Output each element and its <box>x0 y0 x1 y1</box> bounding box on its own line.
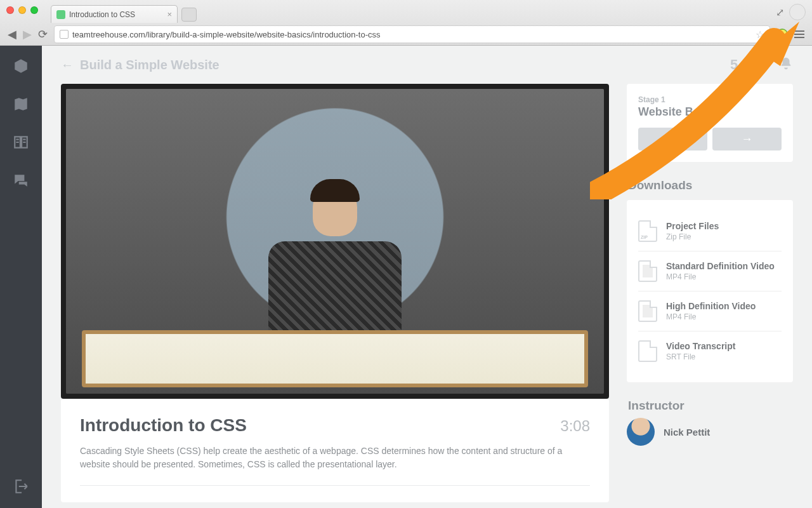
extension-icon[interactable] <box>776 29 788 40</box>
lesson-info-card: Introduction to CSS 3:08 Cascading Style… <box>61 399 609 502</box>
download-item[interactable]: High Definition VideoMP4 File <box>638 291 782 331</box>
left-column: Introduction to CSS 3:08 Cascading Style… <box>61 84 609 502</box>
breadcrumb-back-icon[interactable]: ← <box>61 58 74 72</box>
stage-nav: ← → <box>638 128 782 150</box>
instructor-name: Nick Pettit <box>664 427 710 438</box>
download-title: Project Files <box>666 221 719 231</box>
download-title: High Definition Video <box>666 301 756 311</box>
url-text: teamtreehouse.com/library/build-a-simple… <box>72 30 381 39</box>
sidebar-home-icon[interactable] <box>12 57 30 75</box>
favicon-icon <box>56 10 65 19</box>
stage-next-button[interactable]: → <box>712 128 782 150</box>
tab-strip: Introduction to CSS × ⤢ <box>0 0 812 23</box>
video-player[interactable] <box>61 84 609 399</box>
text-file-icon <box>638 340 657 362</box>
video-file-icon <box>638 260 657 282</box>
download-title: Standard Definition Video <box>666 261 775 271</box>
sidebar-logout-icon[interactable] <box>12 478 30 495</box>
fullscreen-icon[interactable]: ⤢ <box>776 6 784 18</box>
lesson-duration: 3:08 <box>560 417 590 435</box>
content-area: Introduction to CSS 3:08 Cascading Style… <box>42 84 812 508</box>
stage-prev-button[interactable]: ← <box>638 128 707 150</box>
downloads-card: Project FilesZip File Standard Definitio… <box>627 200 793 382</box>
window-minimize-button[interactable] <box>18 6 26 14</box>
download-title: Video Transcript <box>666 341 735 351</box>
points-count: 5,628 <box>730 57 765 73</box>
reload-button[interactable]: ⟳ <box>38 27 48 41</box>
video-presenter <box>268 179 402 337</box>
forward-button[interactable]: ▶ <box>23 27 32 41</box>
downloads-heading: Downloads <box>628 178 793 192</box>
sidebar-library-icon[interactable] <box>12 133 30 151</box>
download-item[interactable]: Video TranscriptSRT File <box>638 331 782 371</box>
instructor-avatar <box>627 418 655 446</box>
app-main: ← Build a Simple Website 5,628 <box>42 46 812 508</box>
tab-title: Introduction to CSS <box>69 10 135 19</box>
bookmark-star-icon[interactable]: ☆ <box>756 29 764 41</box>
browser-menu-icon[interactable] <box>794 30 804 38</box>
download-sub: SRT File <box>666 352 735 361</box>
notifications-icon[interactable] <box>779 57 793 73</box>
stage-title: Website Basics <box>638 105 782 119</box>
divider <box>80 485 590 486</box>
video-file-icon <box>638 300 657 322</box>
stage-label: Stage 1 <box>638 95 782 104</box>
browser-profile-icon[interactable] <box>789 4 806 20</box>
browser-tab[interactable]: Introduction to CSS × <box>51 5 178 23</box>
app-sidebar <box>0 46 42 508</box>
sidebar-map-icon[interactable] <box>12 95 30 113</box>
site-info-icon[interactable] <box>60 30 69 39</box>
back-button[interactable]: ◀ <box>8 27 16 41</box>
right-column: Stage 1 Website Basics ← → Downloads Pro… <box>627 84 793 446</box>
browser-toolbar: ◀ ▶ ⟳ teamtreehouse.com/library/build-a-… <box>0 23 812 46</box>
instructor-heading: Instructor <box>628 399 793 413</box>
sidebar-forum-icon[interactable] <box>12 171 30 189</box>
lesson-title: Introduction to CSS <box>80 415 247 436</box>
instructor-row[interactable]: Nick Pettit <box>627 418 793 446</box>
close-tab-icon[interactable]: × <box>167 10 172 19</box>
new-tab-button[interactable] <box>181 8 197 22</box>
stage-card: Stage 1 Website Basics ← → <box>627 84 793 162</box>
browser-chrome: Introduction to CSS × ⤢ ◀ ▶ ⟳ teamtreeho… <box>0 0 812 46</box>
address-bar[interactable]: teamtreehouse.com/library/build-a-simple… <box>54 25 770 43</box>
page-topbar: ← Build a Simple Website 5,628 <box>42 46 812 84</box>
video-frame <box>66 89 604 394</box>
download-sub: Zip File <box>666 232 719 241</box>
download-sub: MP4 File <box>666 272 775 281</box>
downloads-section: Downloads Project FilesZip File Standard… <box>627 178 793 382</box>
breadcrumb[interactable]: Build a Simple Website <box>80 58 219 72</box>
download-item[interactable]: Standard Definition VideoMP4 File <box>638 251 782 291</box>
window-controls <box>6 6 38 14</box>
instructor-section: Instructor Nick Pettit <box>627 399 793 446</box>
download-sub: MP4 File <box>666 312 756 321</box>
window-zoom-button[interactable] <box>30 6 38 14</box>
video-desk <box>82 330 587 387</box>
zip-file-icon <box>638 220 657 242</box>
window-close-button[interactable] <box>6 6 14 14</box>
download-item[interactable]: Project FilesZip File <box>638 211 782 251</box>
lesson-description: Cascading Style Sheets (CSS) help create… <box>80 444 590 471</box>
app-root: ← Build a Simple Website 5,628 <box>0 46 812 508</box>
